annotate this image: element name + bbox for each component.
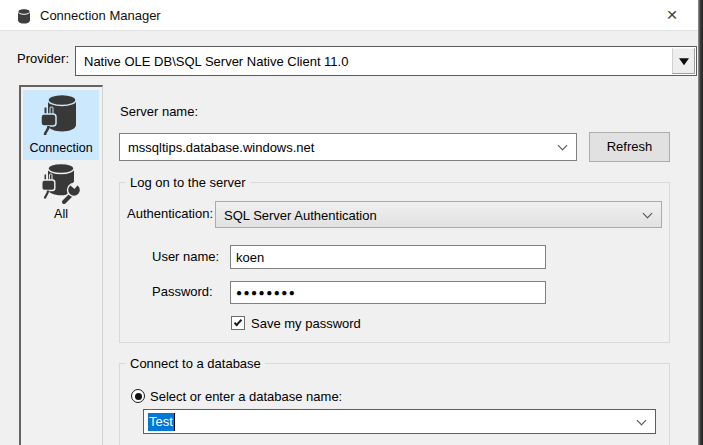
connection-manager-dialog: Connection Manager × Provider: Native OL…: [0, 0, 703, 445]
database-icon: [16, 7, 32, 25]
checkmark-icon: [234, 318, 242, 327]
save-password-label: Save my password: [251, 316, 361, 331]
provider-combo[interactable]: Native OLE DB\SQL Server Native Client 1…: [75, 46, 697, 76]
database-name-value: Test: [148, 413, 175, 431]
sidebar-item-connection[interactable]: Connection: [23, 90, 99, 160]
save-password-checkbox[interactable]: [231, 316, 245, 330]
dropdown-arrow-button[interactable]: [672, 48, 695, 74]
close-icon[interactable]: ×: [652, 0, 692, 31]
provider-label: Provider:: [17, 51, 69, 66]
password-label: Password:: [152, 284, 213, 299]
titlebar: Connection Manager ×: [0, 0, 703, 31]
server-name-value: mssqltips.database.windows.net: [128, 140, 314, 155]
password-field[interactable]: [230, 281, 546, 304]
database-name-combo[interactable]: Test: [143, 409, 656, 434]
logon-group-title: Log on to the server: [126, 175, 250, 191]
chevron-down-icon[interactable]: [558, 141, 568, 151]
sidebar-item-all[interactable]: All: [23, 160, 99, 224]
sidebar-list: Connection All: [19, 85, 103, 445]
select-database-radio[interactable]: [131, 389, 145, 403]
chevron-down-icon[interactable]: [637, 415, 647, 425]
select-database-label: Select or enter a database name:: [150, 389, 342, 404]
database-group-title: Connect to a database: [126, 356, 265, 372]
server-name-combo[interactable]: mssqltips.database.windows.net: [119, 133, 577, 161]
database-plug-icon: [39, 92, 83, 140]
username-field[interactable]: [230, 245, 546, 269]
chevron-down-icon[interactable]: [643, 208, 653, 218]
sidebar-item-label: Connection: [29, 140, 92, 156]
dropdown-arrow-icon: [679, 58, 689, 65]
window-right-border: [698, 0, 703, 445]
window-title: Connection Manager: [40, 0, 161, 31]
authentication-combo[interactable]: SQL Server Authentication: [215, 201, 662, 228]
authentication-value: SQL Server Authentication: [224, 207, 377, 222]
authentication-label: Authentication:: [127, 206, 213, 221]
server-name-label: Server name:: [120, 104, 198, 119]
username-label: User name:: [152, 249, 219, 264]
sidebar-item-label: All: [54, 206, 68, 222]
radio-dot-icon: [135, 393, 142, 400]
database-wrench-icon: [41, 162, 81, 206]
refresh-button[interactable]: Refresh: [589, 132, 670, 162]
provider-value: Native OLE DB\SQL Server Native Client 1…: [84, 54, 348, 69]
